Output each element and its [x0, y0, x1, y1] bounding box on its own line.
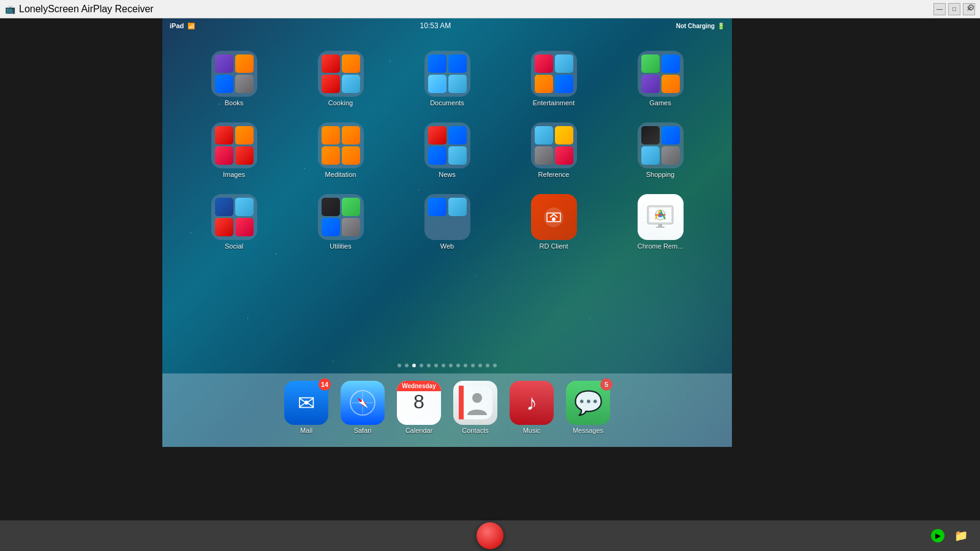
- page-dot-12[interactable]: [478, 364, 482, 367]
- app-news[interactable]: News: [394, 118, 500, 183]
- images-label: Images: [223, 171, 245, 178]
- shopping-label: Shopping: [646, 171, 675, 178]
- app-icon-small: 📺: [5, 4, 15, 14]
- app-books[interactable]: Books: [181, 46, 287, 111]
- messages-label: Messages: [573, 427, 603, 434]
- calendar-icon: Wednesday 8: [397, 381, 441, 425]
- dock-music[interactable]: ♪ Music: [510, 381, 554, 434]
- titlebar-title: LonelyScreen AirPlay Receiver: [19, 4, 154, 15]
- mini-icon-1: [322, 54, 340, 73]
- mini-icon-2: [662, 54, 680, 73]
- mini-icon-4: [235, 146, 254, 165]
- calendar-day: 8: [413, 391, 424, 413]
- mini-icon-1: [535, 54, 553, 73]
- dock-calendar[interactable]: Wednesday 8 Calendar: [397, 381, 441, 434]
- dock-messages[interactable]: 5 💬 Messages: [566, 381, 610, 434]
- mini-icon-2: [342, 126, 360, 144]
- mini-icon-1: [322, 198, 340, 216]
- status-left: iPad 📶: [170, 22, 195, 29]
- web-label: Web: [440, 242, 454, 250]
- page-dot-14[interactable]: [493, 364, 497, 367]
- safari-label: Safari: [354, 427, 372, 434]
- chrome-remote-svg: [645, 202, 676, 233]
- minimize-button[interactable]: —: [933, 3, 946, 15]
- mini-icon-2: [448, 54, 467, 73]
- mini-icon-3: [641, 146, 660, 165]
- app-cooking[interactable]: Cooking: [287, 46, 394, 111]
- books-folder-icon: [211, 51, 257, 97]
- reference-folder-icon: [531, 122, 577, 168]
- page-dot-1[interactable]: [398, 364, 401, 367]
- mini-icon-1: [535, 126, 553, 144]
- mini-icon-3: [428, 146, 447, 165]
- app-web[interactable]: Web: [394, 189, 500, 255]
- page-dot-6[interactable]: [434, 364, 438, 367]
- settings-gear-icon[interactable]: ⚙: [967, 2, 975, 12]
- mini-icon-3: [215, 75, 233, 93]
- mail-icon: 14: [284, 381, 328, 425]
- app-shopping[interactable]: Shopping: [607, 118, 714, 183]
- app-entertainment[interactable]: Entertainment: [500, 46, 607, 111]
- mini-icon-3: [215, 146, 233, 165]
- mini-icon-3: [322, 146, 340, 165]
- mini-icon-4: [662, 75, 680, 93]
- app-documents[interactable]: Documents: [394, 46, 500, 111]
- mini-icon-3: [428, 218, 467, 236]
- documents-label: Documents: [430, 99, 464, 107]
- battery-status-text: Not Charging: [676, 23, 715, 29]
- record-button[interactable]: [477, 522, 503, 549]
- taskbar-folder-icon[interactable]: 📁: [954, 529, 968, 542]
- device-name: iPad: [170, 22, 184, 29]
- page-dot-3[interactable]: [412, 364, 416, 367]
- page-dot-7[interactable]: [442, 364, 445, 367]
- app-rd-client[interactable]: RD Client: [500, 189, 607, 255]
- mini-icon-1: [215, 54, 233, 73]
- page-dot-8[interactable]: [449, 364, 453, 367]
- svg-point-18: [472, 393, 482, 403]
- app-reference[interactable]: Reference: [500, 118, 607, 183]
- page-dot-9[interactable]: [456, 364, 460, 367]
- dock-safari[interactable]: Safari: [341, 381, 385, 434]
- contacts-label: Contacts: [462, 427, 488, 434]
- documents-folder-icon: [424, 51, 470, 97]
- app-meditation[interactable]: Meditation: [287, 118, 394, 183]
- app-social[interactable]: Social: [181, 189, 287, 255]
- contacts-icon: [453, 381, 497, 425]
- mini-icon-1: [215, 198, 233, 216]
- page-dot-5[interactable]: [427, 364, 431, 367]
- app-games[interactable]: Games: [607, 46, 714, 111]
- games-folder-icon: [638, 51, 684, 97]
- status-right: Not Charging 🔋: [676, 23, 725, 29]
- music-label: Music: [523, 427, 541, 434]
- dock-contacts[interactable]: Contacts: [453, 381, 497, 434]
- status-bar: iPad 📶 10:53 AM Not Charging 🔋: [162, 18, 732, 33]
- mini-icon-2: [342, 54, 360, 73]
- app-chrome-remote[interactable]: Chrome Rem...: [607, 189, 714, 255]
- cooking-label: Cooking: [328, 99, 353, 107]
- app-utilities[interactable]: Utilities: [287, 189, 394, 255]
- music-icon: ♪: [510, 381, 554, 425]
- mini-icon-4: [555, 146, 573, 165]
- news-folder-icon: [424, 122, 470, 168]
- mini-icon-4: [235, 218, 254, 236]
- social-folder-icon: [211, 194, 257, 240]
- books-label: Books: [225, 99, 244, 107]
- page-dot-4[interactable]: [420, 364, 423, 367]
- svg-point-3: [552, 217, 556, 221]
- music-note-icon: ♪: [526, 390, 537, 416]
- svg-rect-8: [658, 224, 662, 227]
- page-dot-11[interactable]: [471, 364, 475, 367]
- wifi-icon: 📶: [187, 23, 195, 29]
- taskbar: ▶ 📁: [0, 520, 980, 551]
- utilities-folder-icon: [318, 194, 364, 240]
- mini-icon-2: [235, 126, 254, 144]
- taskbar-green-icon[interactable]: ▶: [931, 529, 944, 542]
- maximize-button[interactable]: □: [948, 3, 960, 15]
- page-dot-2[interactable]: [405, 364, 409, 367]
- app-images[interactable]: Images: [181, 118, 287, 183]
- entertainment-label: Entertainment: [533, 99, 575, 107]
- page-dot-13[interactable]: [486, 364, 489, 367]
- dock-mail[interactable]: 14 Mail: [284, 381, 328, 434]
- page-dot-10[interactable]: [464, 364, 467, 367]
- mini-icon-4: [448, 75, 467, 93]
